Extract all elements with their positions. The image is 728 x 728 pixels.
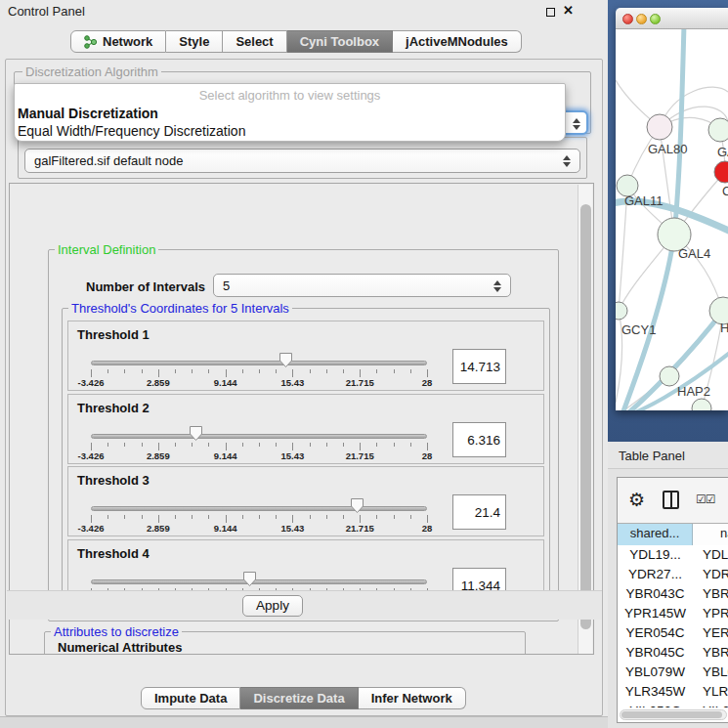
group-title: Threshold's Coordinates for 5 Intervals xyxy=(68,301,292,316)
dropdown-option-equal-width[interactable]: Equal Width/Frequency Discretization xyxy=(15,122,565,140)
algorithm-dropdown-popup: Select algorithm to view settings Manual… xyxy=(14,83,566,142)
cell-shared-name[interactable]: YBL079W xyxy=(618,663,693,682)
scrollbar-thumb[interactable] xyxy=(621,711,722,718)
threshold-slider[interactable]: -3.4262.8599.14415.4321.71528 xyxy=(91,321,427,392)
cell-shared-name[interactable]: YER054C xyxy=(618,623,693,643)
slider-track[interactable] xyxy=(91,579,427,584)
combo-stepper[interactable] xyxy=(491,277,504,295)
column-header-name[interactable]: na xyxy=(693,524,728,545)
tick-label: 15.43 xyxy=(281,523,305,534)
combo-stepper[interactable] xyxy=(570,114,583,133)
scrollbar-thumb[interactable] xyxy=(580,204,591,629)
threshold-slider[interactable]: -3.4262.8599.14415.4321.71528 xyxy=(91,395,427,465)
cell-shared-name[interactable]: YDL19... xyxy=(618,545,693,565)
node-label: H xyxy=(720,321,728,335)
cell-name[interactable]: YDL1 xyxy=(693,545,728,565)
cell-shared-name[interactable]: YDR27... xyxy=(618,565,693,584)
tab-infer-network[interactable]: Infer Network xyxy=(359,687,466,709)
slider-thumb[interactable] xyxy=(242,571,257,587)
cell-shared-name[interactable]: YPR145W xyxy=(618,604,693,623)
cell-shared-name[interactable]: YBR045C xyxy=(618,643,693,663)
interval-definition-group: Interval Definition Number of Intervals … xyxy=(48,249,559,621)
tab-select[interactable]: Select xyxy=(223,30,286,53)
table-row[interactable]: YDL19...YDL1 xyxy=(618,545,728,565)
slider-tick-labels: -3.4262.8599.14415.4321.71528 xyxy=(91,377,427,389)
node-label: GAL4 xyxy=(678,246,710,261)
threshold-value-input[interactable] xyxy=(452,349,506,384)
right-panel: GAL80GAGAL11CGAL4GCY1HHAP2 Table Panel ⚙… xyxy=(608,0,728,728)
slider-thumb[interactable] xyxy=(278,352,293,368)
table-row[interactable]: YIL052CYIL0 xyxy=(618,702,728,707)
zoom-traffic-light-icon[interactable] xyxy=(650,14,661,24)
panel-title: Control Panel xyxy=(8,4,85,19)
slider-thumb[interactable] xyxy=(189,425,203,442)
slider-ticks xyxy=(91,515,427,523)
table-panel-titlebar: Table Panel xyxy=(608,442,728,469)
column-layout-icon[interactable] xyxy=(663,491,679,509)
node-label: C xyxy=(722,184,728,198)
cell-name[interactable]: YDR2 xyxy=(693,565,728,584)
network-canvas[interactable]: GAL80GAGAL11CGAL4GCY1HHAP2 xyxy=(616,29,728,410)
apply-button[interactable]: Apply xyxy=(242,595,303,617)
select-columns-icon[interactable]: ☑☑ xyxy=(696,492,715,506)
table-data-combobox[interactable]: galFiltered.sif default node xyxy=(24,149,580,173)
table-row[interactable]: YER054CYER0 xyxy=(618,623,728,643)
threshold-value-input[interactable] xyxy=(452,422,506,457)
cell-shared-name[interactable]: YBR043C xyxy=(618,584,693,604)
table-row[interactable]: YBL079WYBL0 xyxy=(618,663,728,682)
network-window-titlebar[interactable] xyxy=(616,8,728,29)
slider-track[interactable] xyxy=(91,361,427,365)
table-row[interactable]: YBR043CYBR0 xyxy=(618,584,728,604)
node-label: GA xyxy=(717,145,728,159)
threshold-slider[interactable]: -3.4262.8599.14415.4321.71528 xyxy=(91,467,427,537)
control-panel: Control Panel ✕ Network Style Select Cyn… xyxy=(0,0,608,728)
cell-name[interactable]: YBL0 xyxy=(693,663,728,682)
group-title: Interval Definition xyxy=(55,242,158,257)
tick-label: 9.144 xyxy=(214,377,237,388)
tab-discretize-data[interactable]: Discretize Data xyxy=(240,687,358,709)
attributes-to-discretize-group: Attributes to discretize Numerical Attri… xyxy=(44,631,526,655)
slider-track[interactable] xyxy=(91,506,427,511)
cell-name[interactable]: YBR0 xyxy=(693,643,728,663)
tick-label: 21.715 xyxy=(346,377,374,388)
gear-icon[interactable]: ⚙ xyxy=(628,489,645,511)
cell-name[interactable]: YPR1 xyxy=(693,604,728,623)
tick-label: 2.859 xyxy=(147,450,170,461)
dropdown-option-manual[interactable]: Manual Discretization xyxy=(15,105,565,122)
cell-shared-name[interactable]: YLR345W xyxy=(618,682,693,702)
tab-impute-data[interactable]: Impute Data xyxy=(141,687,240,709)
top-tab-bar: Network Style Select Cyni Toolbox jActiv… xyxy=(70,30,522,53)
float-window-icon[interactable] xyxy=(546,8,555,17)
tab-cyni-toolbox[interactable]: Cyni Toolbox xyxy=(287,30,393,53)
tick-label: 28 xyxy=(422,377,433,388)
table-row[interactable]: YLR345WYLR3 xyxy=(618,682,728,702)
table-horizontal-scrollbar[interactable] xyxy=(620,709,727,720)
table-row[interactable]: YPR145WYPR1 xyxy=(618,604,728,623)
table-body[interactable]: YDL19...YDL1YDR27...YDR2YBR043CYBR0YPR14… xyxy=(618,545,728,707)
close-traffic-light-icon[interactable] xyxy=(622,14,633,24)
tick-label: 9.144 xyxy=(214,523,237,534)
close-icon[interactable]: ✕ xyxy=(563,3,574,18)
threshold-value-input[interactable] xyxy=(452,494,506,530)
tab-network[interactable]: Network xyxy=(70,30,166,53)
tick-label: 15.43 xyxy=(281,377,305,388)
minimize-traffic-light-icon[interactable] xyxy=(636,14,647,24)
cell-name[interactable]: YLR3 xyxy=(693,682,728,702)
number-of-intervals-combobox[interactable]: 5 xyxy=(213,274,511,297)
table-panel-window: ⚙ ☑☑ shared... na YDL19...YDL1YDR27...YD… xyxy=(617,477,728,723)
cell-name[interactable]: YBR0 xyxy=(693,584,728,604)
slider-track[interactable] xyxy=(91,434,427,439)
cell-name[interactable]: YER0 xyxy=(693,623,728,643)
tab-style[interactable]: Style xyxy=(166,30,223,53)
settings-vertical-scrollbar[interactable] xyxy=(578,185,592,655)
cell-shared-name[interactable]: YIL052C xyxy=(618,702,693,707)
tick-label: -3.426 xyxy=(78,523,105,534)
slider-thumb[interactable] xyxy=(350,497,364,514)
table-data-value: galFiltered.sif default node xyxy=(34,153,183,168)
combo-stepper[interactable] xyxy=(560,151,574,170)
table-row[interactable]: YBR045CYBR0 xyxy=(618,643,728,663)
tab-jactivemnodules[interactable]: jActiveMNodules xyxy=(393,30,522,53)
cell-name[interactable]: YIL0 xyxy=(693,702,728,707)
table-row[interactable]: YDR27...YDR2 xyxy=(618,565,728,584)
column-header-shared-name[interactable]: shared... xyxy=(618,524,693,545)
